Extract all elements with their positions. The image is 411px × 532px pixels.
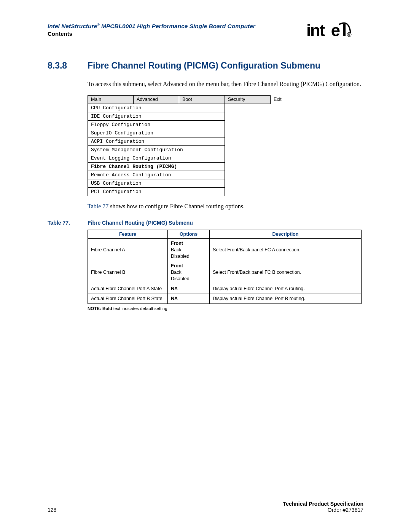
section-title: Fibre Channel Routing (PICMG) Configurat… (88, 61, 320, 71)
cell-description: Select Front/Back panel FC B connection. (210, 261, 362, 284)
menu-bar-item: Exit (271, 95, 293, 104)
cell-feature: Fibre Channel A (88, 238, 168, 261)
col-options: Options (168, 230, 210, 238)
menu-item-label: SuperIO Configuration (88, 129, 225, 137)
cell-description: Display actual Fibre Channel Port A rout… (210, 284, 362, 294)
menu-item: System Management Configuration (88, 145, 293, 154)
menu-item-label: Floppy Configuration (88, 120, 225, 129)
menu-bar: Main Advanced Boot Security Exit (88, 95, 293, 104)
cell-feature: Actual Fibre Channel Port A State (88, 284, 168, 294)
cell-options: Front Back Disabled (168, 261, 210, 284)
table-reference: Table 77 shows how to configure Fibre Ch… (88, 203, 363, 210)
cell-options: NA (168, 294, 210, 304)
table-row: Actual Fibre Channel Port A StateNADispl… (88, 284, 362, 294)
menu-item-label: Fibre Channel Routing (PICMG) (88, 162, 225, 171)
col-description: Description (210, 230, 362, 238)
cell-options: Front Back Disabled (168, 238, 210, 261)
menu-item-label: ACPI Configuration (88, 137, 225, 145)
cell-options: NA (168, 284, 210, 294)
intro-paragraph: To access this submenu, select Advanced … (88, 80, 363, 88)
col-feature: Feature (88, 230, 168, 238)
menu-item-label: System Management Configuration (88, 145, 225, 154)
menu-item-label: Remote Access Configuration (88, 171, 225, 179)
table-caption-label: Table 77. (48, 220, 88, 226)
menu-item: Fibre Channel Routing (PICMG) (88, 162, 293, 171)
page-footer: 128 Technical Product Specification Orde… (48, 501, 363, 513)
menu-item-label: IDE Configuration (88, 112, 225, 120)
menu-bar-item: Main (88, 95, 134, 104)
menu-bar-item: Boot (179, 95, 225, 104)
menu-item: IDE Configuration (88, 112, 293, 120)
footer-spec: Technical Product Specification (283, 501, 363, 507)
menu-item-label: USB Configuration (88, 179, 225, 187)
menu-item-label: PCI Configuration (88, 187, 225, 196)
table-row: Fibre Channel BFront Back DisabledSelect… (88, 261, 362, 284)
section-number: 8.3.8 (48, 61, 88, 71)
contents-label: Contents (48, 30, 306, 37)
menu-item: ACPI Configuration (88, 137, 293, 145)
menu-item: SuperIO Configuration (88, 129, 293, 137)
menu-item: Remote Access Configuration (88, 171, 293, 179)
menu-bar-item: Advanced (134, 95, 179, 104)
bios-menu-table: Main Advanced Boot Security Exit CPU Con… (88, 95, 293, 196)
table-note: NOTE: Bold text indicates default settin… (88, 306, 363, 311)
table-link[interactable]: Table 77 (88, 203, 108, 209)
menu-item: USB Configuration (88, 179, 293, 187)
table-caption-title: Fibre Channel Routing (PICMG) Submenu (88, 220, 193, 226)
cell-feature: Actual Fibre Channel Port B State (88, 294, 168, 304)
page-header: Intel NetStructure® MPCBL0001 High Perfo… (48, 23, 363, 43)
table-caption: Table 77. Fibre Channel Routing (PICMG) … (48, 220, 363, 226)
menu-item: Event Logging Configuration (88, 154, 293, 162)
intel-logo: int e l R (306, 21, 363, 43)
fibre-channel-table: Feature Options Description Fibre Channe… (88, 230, 362, 304)
menu-item-label: Event Logging Configuration (88, 154, 225, 162)
svg-text:R: R (348, 33, 350, 37)
footer-order: Order #273817 (283, 507, 363, 513)
menu-item: CPU Configuration (88, 104, 293, 112)
menu-item: Floppy Configuration (88, 120, 293, 129)
cell-feature: Fibre Channel B (88, 261, 168, 284)
page-number: 128 (48, 507, 56, 513)
cell-description: Select Front/Back panel FC A connection. (210, 238, 362, 261)
menu-item-label: CPU Configuration (88, 104, 225, 112)
svg-text:int: int (306, 21, 325, 40)
menu-item: PCI Configuration (88, 187, 293, 196)
table-row: Fibre Channel AFront Back DisabledSelect… (88, 238, 362, 261)
table-row: Actual Fibre Channel Port B StateNADispl… (88, 294, 362, 304)
menu-bar-item: Security (225, 95, 271, 104)
document-title: Intel NetStructure® MPCBL0001 High Perfo… (48, 23, 306, 30)
cell-description: Display actual Fibre Channel Port B rout… (210, 294, 362, 304)
section-heading: 8.3.8 Fibre Channel Routing (PICMG) Conf… (48, 61, 363, 71)
svg-text:e: e (331, 21, 340, 40)
